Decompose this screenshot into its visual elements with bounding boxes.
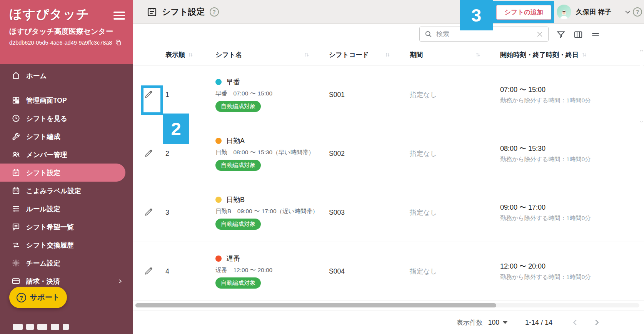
- wrench-icon: [12, 132, 20, 141]
- main-content: シフト設定 ? シフトの追加 久保田 祥子 ? 表示順: [133, 0, 644, 334]
- sidebar-item-shift-compose[interactable]: シフト編成: [0, 127, 133, 145]
- nurse-avatar-image: [558, 9, 570, 19]
- auto-compose-badge: 自動編成対象: [215, 219, 261, 230]
- column-header-period: 期間: [410, 50, 500, 59]
- sort-icon[interactable]: [304, 52, 310, 58]
- shift-time-note: 勤務から除外する時間：1時間0分: [500, 155, 644, 164]
- shift-time-note: 勤務から除外する時間：1時間0分: [500, 97, 644, 105]
- header-help-icon[interactable]: ?: [633, 7, 642, 17]
- per-page-select[interactable]: 100: [488, 319, 507, 327]
- header-divider: [552, 4, 553, 20]
- shift-time: 09:00 〜 17:00: [500, 203, 644, 212]
- copy-icon[interactable]: [115, 39, 122, 46]
- shift-code: S001: [329, 91, 410, 99]
- table-header: 表示順 シフト名 シフトコード 期間 開始時刻・終了時刻・終日: [133, 44, 644, 65]
- shift-time: 08:00 〜 15:30: [500, 144, 644, 153]
- sort-icon[interactable]: [581, 52, 587, 58]
- shift-time-note: 勤務から除外する時間：1時間0分: [500, 214, 644, 222]
- pagination-bar: 表示件数 100 1-14 / 14: [133, 311, 644, 334]
- app-logo: ほすぴタッチ: [9, 6, 90, 22]
- sort-icon[interactable]: [385, 52, 390, 58]
- shift-name: 日勤B: [226, 195, 245, 204]
- avatar[interactable]: [557, 5, 571, 19]
- sidebar-item-home[interactable]: ホーム: [0, 67, 133, 85]
- pagination-range: 1-14 / 14: [525, 319, 552, 327]
- request-list-icon: [12, 222, 20, 231]
- add-shift-button[interactable]: シフトの追加: [496, 5, 551, 20]
- shift-settings-icon: [147, 7, 157, 17]
- shift-code: S004: [329, 267, 410, 276]
- clock-icon: [12, 114, 20, 123]
- exchange-arrows-icon: [12, 240, 20, 249]
- page-header: シフト設定 ? シフトの追加 久保田 祥子 ?: [133, 0, 644, 24]
- toolbar: [133, 24, 644, 44]
- prev-page-button[interactable]: [571, 318, 579, 327]
- clear-search-icon[interactable]: [536, 30, 544, 38]
- vertical-scrollbar[interactable]: [640, 50, 643, 122]
- column-header-time: 開始時刻・終了時刻・終日: [500, 50, 644, 59]
- shift-code: S003: [329, 209, 410, 217]
- shift-time-note: 勤務から除外する時間：1時間0分: [500, 273, 644, 281]
- chevron-down-icon[interactable]: [625, 10, 631, 14]
- search-box: [419, 27, 549, 42]
- column-header-order: 表示順: [165, 50, 215, 59]
- sort-icon[interactable]: [188, 52, 194, 58]
- columns-icon[interactable]: [573, 30, 583, 40]
- sidebar-item-member-manage[interactable]: メンバー管理: [0, 145, 133, 164]
- page-title: シフト設定: [162, 6, 205, 18]
- sidebar-item-rule-settings[interactable]: ルール設定: [0, 200, 133, 218]
- shift-detail: 日勤B 09:00 〜 17:00（遅い時間帯）: [215, 207, 329, 215]
- sidebar-item-calendar-labels[interactable]: こよみラベル設定: [0, 182, 133, 200]
- sort-icon[interactable]: [475, 52, 481, 58]
- shift-color-dot: [215, 79, 222, 85]
- facility-id: d2bdb620-05d5-4ae6-ad49-9a9ffc3c78a8: [9, 40, 112, 46]
- sidebar-item-shift-exchange[interactable]: シフト交換履歴: [0, 236, 133, 254]
- edit-shift-button[interactable]: [143, 266, 154, 277]
- auto-compose-badge: 自動編成対象: [215, 101, 261, 112]
- shift-detail: 早番 07:00 〜 15:00: [215, 90, 329, 98]
- shift-name: 日勤A: [226, 136, 245, 145]
- edit-shift-button[interactable]: [143, 89, 154, 100]
- shift-detail: 遅番 12:00 〜 20:00: [215, 266, 329, 274]
- facility-name: ほすぴタッチ高度医療センター: [9, 27, 125, 37]
- edit-shift-button[interactable]: [143, 207, 154, 218]
- sidebar-item-view-shift[interactable]: シフトを見る: [0, 109, 133, 127]
- auto-compose-badge: 自動編成対象: [215, 160, 261, 171]
- support-button[interactable]: ? サポート: [9, 287, 67, 308]
- shift-code: S002: [329, 150, 410, 158]
- menu-toggle-icon[interactable]: [113, 12, 125, 22]
- rules-list-icon: [12, 204, 20, 213]
- filter-icon[interactable]: [556, 30, 566, 40]
- calendar-icon: [12, 186, 20, 195]
- next-page-button[interactable]: [592, 318, 601, 327]
- search-input[interactable]: [436, 30, 532, 38]
- table-row: 3 日勤B 日勤B 09:00 〜 17:00（遅い時間帯） 自動編成対象 S0…: [133, 183, 644, 242]
- credit-card-icon: [12, 277, 20, 286]
- sidebar-item-shift-requests[interactable]: シフト希望一覧: [0, 218, 133, 236]
- clipped-menu-item[interactable]: [13, 324, 69, 330]
- sidebar-item-shift-settings[interactable]: シフト設定: [0, 164, 125, 182]
- table-row: 4 遅番 遅番 12:00 〜 20:00 自動編成対象 S004 指定なし 1…: [133, 242, 644, 301]
- user-name[interactable]: 久保田 祥子: [576, 0, 611, 24]
- shift-time: 12:00 〜 20:00: [500, 262, 644, 271]
- sidebar-item-team-settings[interactable]: チーム設定: [0, 254, 133, 272]
- shift-color-dot: [215, 256, 222, 262]
- table-row: 2 日勤A 日勤 08:00 〜 15:30（早い時間帯） 自動編成対象 S00…: [133, 124, 644, 183]
- per-page-label: 表示件数: [457, 318, 483, 327]
- column-header-shift-name: シフト名: [215, 50, 329, 59]
- sidebar-item-admin-top[interactable]: 管理画面TOP: [0, 91, 133, 109]
- edit-shift-button[interactable]: [143, 148, 154, 159]
- gear-icon: [12, 259, 20, 267]
- sidebar-header: ほすぴタッチ ほすぴタッチ高度医療センター d2bdb620-05d5-4ae6…: [0, 0, 133, 64]
- home-icon: [12, 71, 20, 80]
- shift-name: 早番: [226, 77, 240, 87]
- shift-detail: 日勤 08:00 〜 15:30（早い時間帯）: [215, 149, 329, 157]
- row-density-icon[interactable]: [591, 30, 601, 40]
- title-help-icon[interactable]: ?: [210, 7, 219, 17]
- caret-down-icon: [503, 321, 507, 324]
- column-header-shift-code: シフトコード: [329, 50, 410, 59]
- shift-name: 遅番: [226, 254, 240, 263]
- calendar-check-icon: [12, 168, 20, 177]
- sidebar-divider: [0, 88, 133, 88]
- horizontal-scrollbar[interactable]: [135, 303, 496, 307]
